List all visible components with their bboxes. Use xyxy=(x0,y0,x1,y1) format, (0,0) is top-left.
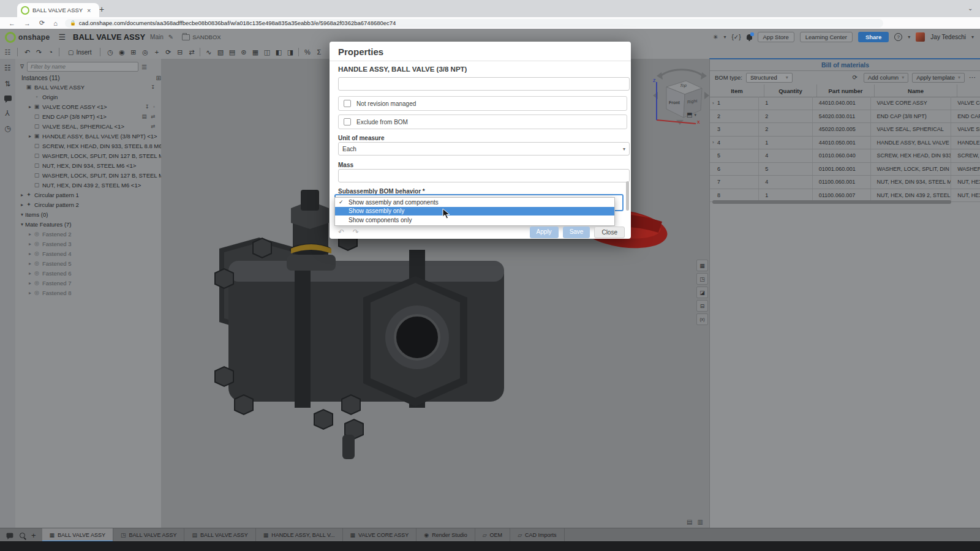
add-to-folder-icon[interactable]: ⊞ xyxy=(156,75,161,81)
help-icon[interactable]: ? xyxy=(894,33,902,41)
row-expand-icon[interactable]: › xyxy=(712,100,717,106)
bom-col-header[interactable]: Part number xyxy=(817,84,875,97)
table-row[interactable]: ›1144010.040.001VALVE CORE ASSYVALVE COR… xyxy=(710,97,980,110)
pattern-linear-icon[interactable]: ▤ xyxy=(226,47,238,57)
move-icon[interactable]: + xyxy=(151,47,162,57)
snap-mode-icon[interactable]: ⊟ xyxy=(174,47,186,57)
rotate-icon[interactable]: ⟳ xyxy=(162,47,174,57)
tree-item[interactable]: ▸▣HANDLE ASSY, BALL VALVE (3/8 NPT) <1> xyxy=(15,131,161,141)
exclude-from-bom-option[interactable]: Exclude from BOM xyxy=(338,114,627,129)
bom-more-icon[interactable]: ⋯ xyxy=(969,73,976,81)
app-store-button[interactable]: App Store xyxy=(758,32,794,42)
search-tabs-icon[interactable] xyxy=(20,533,25,538)
report-bug-icon[interactable]: ✳ xyxy=(713,34,718,40)
comments-icon[interactable] xyxy=(4,96,12,101)
transform-icon[interactable]: ▧ xyxy=(214,47,226,57)
expander-icon[interactable]: ▸ xyxy=(27,133,33,139)
notifications-bell-icon[interactable] xyxy=(747,34,752,40)
tree-item[interactable]: ▢VALVE SEAL, SPHERICAL <1>⇄ xyxy=(15,121,161,131)
tree-item[interactable]: ▸◎Fastened 6 xyxy=(15,268,161,278)
tree-item[interactable]: ▸✦Circular pattern 2 xyxy=(15,200,161,209)
add-column-button[interactable]: Add column▾ xyxy=(864,73,908,83)
bom-table-icon[interactable]: ▦ xyxy=(696,260,708,271)
name-field[interactable] xyxy=(338,77,630,91)
branch-label[interactable]: Main xyxy=(150,34,164,40)
tree-item[interactable]: ▢WASHER, LOCK, SPLIT, DIN 127 B, STEEL M… xyxy=(15,170,161,180)
expander-icon[interactable]: ▾ xyxy=(19,212,25,217)
save-button[interactable]: Save xyxy=(563,227,590,238)
group-icon[interactable]: ⊞ xyxy=(127,47,139,57)
close-tab-icon[interactable]: × xyxy=(87,7,91,14)
view-options[interactable]: ⬒ ▾ xyxy=(687,111,696,118)
history-icon[interactable]: ◷ xyxy=(4,124,10,133)
forward-icon[interactable]: → xyxy=(24,20,31,27)
user-avatar[interactable] xyxy=(916,32,925,42)
tree-item[interactable]: ▸◎Fastened 5 xyxy=(15,258,161,268)
home-icon[interactable]: ⌂ xyxy=(53,20,58,27)
mass-field[interactable] xyxy=(338,169,630,182)
copy-icon[interactable]: ◫ xyxy=(261,47,273,57)
expander-icon[interactable]: ▸ xyxy=(19,202,25,208)
onshape-logo[interactable]: onshape xyxy=(5,32,50,43)
dropdown-option[interactable]: ✓Show assembly and components xyxy=(335,198,614,207)
add-tab-button[interactable]: + xyxy=(31,531,36,540)
expander-icon[interactable]: ▸ xyxy=(19,192,25,198)
tree-section-mate-features-7-[interactable]: ▾Mate Features (7) xyxy=(15,219,161,229)
expander-icon[interactable]: ▸ xyxy=(27,231,33,237)
expander-icon[interactable]: ▾ xyxy=(19,222,25,227)
row-expand-icon[interactable]: › xyxy=(712,140,717,145)
table-row[interactable]: 3245020.020.005VALVE SEAL, SPHERICALVALV… xyxy=(710,123,980,137)
tab-search-caret-icon[interactable]: ⌄ xyxy=(968,5,973,12)
featurescript-icon[interactable]: {✓} xyxy=(731,34,741,40)
doc-tab[interactable]: ▦HANDLE ASSY, BALL V... xyxy=(256,528,343,542)
doc-tab[interactable]: ◉Render Studio xyxy=(417,528,475,542)
mirror-icon[interactable]: ◨ xyxy=(284,47,296,57)
table-row[interactable]: 5401010.060.040SCREW, HEX HEAD, DIN 933,… xyxy=(710,149,980,163)
undo-icon[interactable]: ↶ xyxy=(21,47,33,57)
document-menu-icon[interactable]: ☰ xyxy=(58,32,66,42)
reload-icon[interactable]: ⟳ xyxy=(39,19,45,27)
doc-tab[interactable]: ▱CAD Imports xyxy=(510,528,564,542)
tree-item[interactable]: ▢WASHER, LOCK, SPLIT, DIN 127 B, STEEL M… xyxy=(15,151,161,160)
edit-pencil-icon[interactable]: ✎ xyxy=(168,34,173,40)
bom-col-header[interactable]: Name xyxy=(875,84,957,97)
tree-item[interactable]: ▸▣VALVE CORE ASSY <1>↧ ◦ xyxy=(15,102,161,111)
export-icon[interactable]: ▥ xyxy=(698,519,703,525)
tree-item[interactable]: ▸◎Fastened 2 xyxy=(15,229,161,239)
table-row[interactable]: 7401100.060.001NUT, HEX, DIN 934, STEEL … xyxy=(710,176,980,189)
section-view-icon[interactable]: ⊟ xyxy=(696,300,708,312)
unit-of-measure-select[interactable]: Each▾ xyxy=(338,142,630,156)
expander-icon[interactable]: ▸ xyxy=(27,104,33,110)
spline-icon[interactable]: ∿ xyxy=(203,47,214,57)
filter-funnel-icon[interactable]: ∇ xyxy=(20,64,24,70)
layout-icon[interactable]: ◧ xyxy=(273,47,284,57)
table-row[interactable]: ›4144010.050.001HANDLE ASSY, BALL VALVE … xyxy=(710,137,980,150)
measure-icon[interactable]: % xyxy=(301,47,313,57)
doc-tab[interactable]: ▦VALVE CORE ASSY xyxy=(343,528,417,542)
bom-type-select[interactable]: Structured▾ xyxy=(746,73,793,83)
view-cube-home-icon[interactable]: ⬒ xyxy=(687,111,692,118)
revert-icon[interactable]: ◷ xyxy=(104,47,116,57)
workspace-breadcrumb[interactable]: SANDBOX xyxy=(182,34,221,40)
dropdown-option[interactable]: Show components only xyxy=(335,216,614,225)
viewcube-front-face[interactable]: Front xyxy=(669,100,680,105)
tree-item[interactable]: ◦Origin xyxy=(15,92,161,102)
pattern-circular-icon[interactable]: ⊛ xyxy=(238,47,249,57)
expander-icon[interactable]: ▸ xyxy=(27,241,33,247)
dialog-scrollbar[interactable] xyxy=(626,181,629,211)
view-options-caret-icon[interactable]: ▾ xyxy=(694,113,696,118)
expander-icon[interactable]: ▸ xyxy=(27,290,33,296)
dialog-undo-icon[interactable]: ↶ xyxy=(338,228,344,236)
bom-refresh-icon[interactable]: ⟳ xyxy=(853,74,858,81)
bom-col-header[interactable]: Item xyxy=(710,84,764,97)
new-tab-button[interactable]: + xyxy=(99,5,104,13)
expander-icon[interactable]: ▸ xyxy=(27,271,33,276)
viewcube-top-face[interactable]: Top xyxy=(679,83,688,88)
bom-horizontal-scrollbar[interactable] xyxy=(712,200,951,204)
tree-item[interactable]: ▸✦Circular pattern 1 xyxy=(15,190,161,200)
replicate-icon[interactable]: ▦ xyxy=(249,47,261,57)
help-caret-icon[interactable]: ▾ xyxy=(908,34,910,40)
tree-item[interactable]: ▸◎Fastened 4 xyxy=(15,249,161,258)
dropdown-option[interactable]: Show assembly only xyxy=(335,207,614,216)
tree-item[interactable]: ▣BALL VALVE ASSY↧ xyxy=(15,82,161,92)
